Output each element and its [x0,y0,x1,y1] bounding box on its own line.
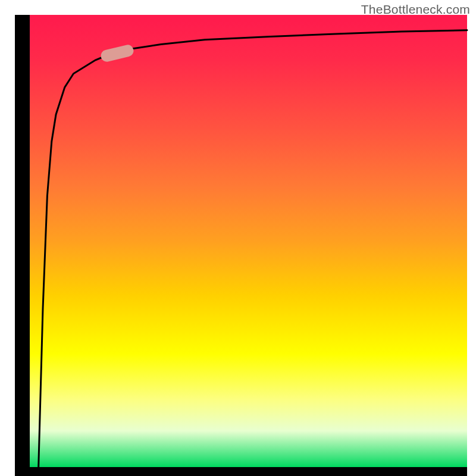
plot-background-gradient [15,15,467,467]
chart-container: TheBottleneck.com [0,0,476,476]
x-axis [15,467,467,476]
watermark-text: TheBottleneck.com [361,2,470,17]
y-axis [15,15,30,467]
